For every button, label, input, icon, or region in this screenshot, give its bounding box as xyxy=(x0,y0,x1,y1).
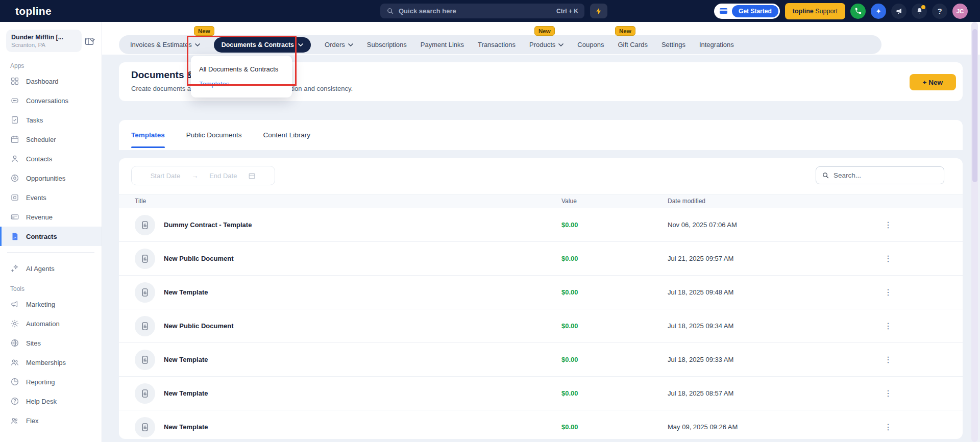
sidebar-item-label: Contracts xyxy=(26,233,57,240)
sidebar-item-marketing[interactable]: Marketing xyxy=(0,294,102,314)
avatar[interactable]: JC xyxy=(952,4,968,19)
new-button[interactable]: + New xyxy=(910,74,956,90)
nav-orders[interactable]: Orders xyxy=(325,41,353,48)
nav-gift-cards[interactable]: Gift Cards xyxy=(618,41,648,48)
announcements-button[interactable] xyxy=(891,4,906,19)
date-range-picker[interactable]: Start Date → End Date xyxy=(131,166,275,185)
row-title[interactable]: New Template xyxy=(164,423,208,431)
nav-transactions[interactable]: Transactions xyxy=(478,41,516,48)
global-search-input[interactable] xyxy=(399,7,552,15)
table-search-input[interactable] xyxy=(834,171,938,179)
page-scrollbar[interactable] xyxy=(971,22,978,442)
row-title[interactable]: New Public Document xyxy=(164,255,234,262)
dropdown-item-all-documents[interactable]: All Documents & Contracts xyxy=(191,62,292,77)
row-title[interactable]: New Template xyxy=(164,288,208,296)
nav-settings[interactable]: Settings xyxy=(662,41,685,48)
tab-public-documents[interactable]: Public Documents xyxy=(186,120,242,150)
kebab-menu-icon[interactable]: ⋮ xyxy=(884,388,892,398)
tools-section-label: Tools xyxy=(10,285,102,292)
megaphone-icon xyxy=(895,7,903,15)
globe-icon xyxy=(10,338,19,348)
sidebar-item-reporting[interactable]: Reporting xyxy=(0,372,102,391)
notifications-button[interactable] xyxy=(912,4,927,19)
table-search[interactable] xyxy=(816,166,944,184)
chevron-down-icon xyxy=(298,43,303,46)
sidebar-item-dashboard[interactable]: Dashboard xyxy=(0,71,102,91)
sparkles-icon: ✦ xyxy=(875,7,881,15)
get-started-button[interactable]: Get Started xyxy=(732,5,778,17)
title-cell: New Template xyxy=(135,282,561,303)
sidebar-item-label: Memberships xyxy=(26,359,66,366)
quick-actions-button[interactable] xyxy=(590,4,607,18)
sidebar-collapse-button[interactable] xyxy=(84,36,94,48)
kebab-menu-icon[interactable]: ⋮ xyxy=(884,422,892,432)
sidebar-item-sites[interactable]: Sites xyxy=(0,333,102,353)
target-icon xyxy=(10,174,19,183)
table-row: New Template $0.00 Jul 18, 2025 09:33 AM… xyxy=(119,343,963,377)
sidebar-item-opportunities[interactable]: Opportunities xyxy=(0,168,102,188)
row-value: $0.00 xyxy=(561,322,668,330)
sidebar-item-events[interactable]: Events xyxy=(0,188,102,207)
document-chart-icon xyxy=(135,316,155,336)
nav-products[interactable]: Products xyxy=(529,41,564,48)
sidebar-item-flex[interactable]: Flex xyxy=(0,411,102,430)
scrollbar-thumb[interactable] xyxy=(972,29,977,182)
row-title[interactable]: New Template xyxy=(164,389,208,397)
column-title: Title xyxy=(135,198,561,205)
kebab-menu-icon[interactable]: ⋮ xyxy=(884,220,892,230)
global-search[interactable]: Ctrl + K xyxy=(380,4,584,18)
phone-button[interactable] xyxy=(850,4,866,19)
end-date-placeholder[interactable]: End Date xyxy=(209,172,237,180)
sidebar-item-label: Conversations xyxy=(26,97,68,105)
arrow-right-icon: → xyxy=(191,172,198,180)
row-title[interactable]: New Public Document xyxy=(164,322,234,330)
title-cell: Dummy Contract - Template xyxy=(135,215,561,235)
sidebar-item-label: Marketing xyxy=(26,301,55,308)
row-title[interactable]: New Template xyxy=(164,356,208,363)
tab-content-library[interactable]: Content Library xyxy=(263,120,310,150)
sidebar-item-label: Tasks xyxy=(26,116,43,124)
sidebar-item-help-desk[interactable]: Help Desk xyxy=(0,391,102,411)
document-chart-icon xyxy=(135,383,155,404)
ai-assistant-button[interactable]: ✦ xyxy=(871,4,886,19)
nav-label: Documents & Contracts xyxy=(222,41,294,48)
sidebar-item-automation[interactable]: Automation xyxy=(0,314,102,333)
kebab-menu-icon[interactable]: ⋮ xyxy=(884,321,892,331)
kebab-menu-icon[interactable]: ⋮ xyxy=(884,254,892,263)
nav-coupons[interactable]: Coupons xyxy=(577,41,604,48)
kebab-menu-icon[interactable]: ⋮ xyxy=(884,287,892,297)
sidebar-item-memberships[interactable]: Memberships xyxy=(0,353,102,372)
nav-payment-links[interactable]: Payment Links xyxy=(421,41,464,48)
support-button[interactable]: topline Support xyxy=(785,3,845,19)
dropdown-item-templates[interactable]: Templates xyxy=(191,77,292,91)
start-date-placeholder[interactable]: Start Date xyxy=(151,172,181,180)
nav-documents-contracts[interactable]: Documents & Contracts xyxy=(214,37,311,53)
nav-subscriptions[interactable]: Subscriptions xyxy=(367,41,407,48)
phone-icon xyxy=(854,7,862,15)
help-button[interactable]: ? xyxy=(932,4,947,19)
sidebar-item-contacts[interactable]: Contacts xyxy=(0,149,102,168)
kebab-menu-icon[interactable]: ⋮ xyxy=(884,355,892,364)
ai-sparkle-icon xyxy=(10,264,19,273)
sidebar-item-conversations[interactable]: Conversations xyxy=(0,91,102,110)
sidebar-item-label: AI Agents xyxy=(26,265,55,273)
sidebar-item-tasks[interactable]: Tasks xyxy=(0,110,102,130)
org-selector[interactable]: Dunder Mifflin [... Scranton, PA xyxy=(6,30,82,52)
org-location: Scranton, PA xyxy=(11,42,77,48)
row-date: Nov 06, 2025 07:06 AM xyxy=(668,221,872,229)
sidebar-item-label: Contacts xyxy=(26,155,52,163)
sidebar-item-contracts[interactable]: Contracts xyxy=(0,227,102,246)
sidebar-item-label: Reporting xyxy=(26,378,55,386)
sidebar-item-revenue[interactable]: Revenue xyxy=(0,207,102,227)
chevron-down-icon xyxy=(195,43,200,46)
tabs-bar: Templates Public Documents Content Libra… xyxy=(119,120,963,150)
sidebar-item-scheduler[interactable]: Scheduler xyxy=(0,130,102,149)
row-title[interactable]: Dummy Contract - Template xyxy=(164,221,252,229)
sidebar-item-ai-agents[interactable]: AI Agents xyxy=(0,259,102,278)
people-icon xyxy=(10,416,19,425)
nav-integrations[interactable]: Integrations xyxy=(699,41,734,48)
nav-invoices-estimates[interactable]: Invoices & Estimates xyxy=(130,41,200,48)
tab-templates[interactable]: Templates xyxy=(131,120,165,150)
search-icon xyxy=(386,7,394,15)
row-value: $0.00 xyxy=(561,389,668,397)
